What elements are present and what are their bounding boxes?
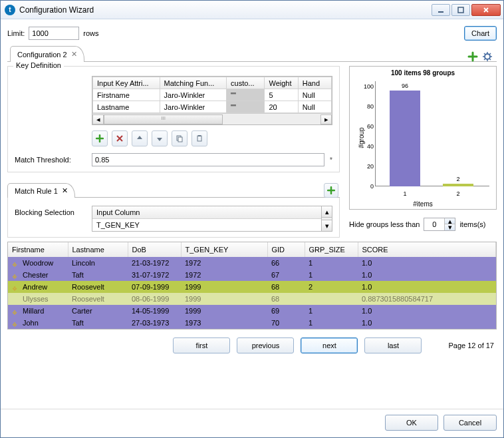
blocking-selection-table[interactable]: Input Column T_GEN_KEY ▴ ▾ xyxy=(92,206,332,232)
config-tabstrip: Configuration 2 ✕ xyxy=(7,45,497,62)
minimize-button[interactable] xyxy=(432,4,450,16)
add-config-icon[interactable] xyxy=(467,51,478,62)
keydef-row[interactable]: Lastname Jaro-Winkler "" 20 Null xyxy=(93,101,332,113)
row-icon xyxy=(12,308,20,315)
key-definition-table[interactable]: Input Key Attri... Matching Fun... custo… xyxy=(92,76,332,125)
page-status: Page 12 of 17 xyxy=(448,341,494,349)
previous-button[interactable]: previous xyxy=(237,337,294,353)
table-row[interactable]: JohnTaft27-03-197319737011.0 xyxy=(8,317,496,329)
cancel-button[interactable]: Cancel xyxy=(443,415,497,431)
group-chart: 100 items 98 groups #group 0 20 40 60 80… xyxy=(349,66,497,210)
col-input-column[interactable]: Input Column xyxy=(92,206,321,219)
blocking-row[interactable]: T_GEN_KEY xyxy=(92,219,321,231)
hide-groups-spinner[interactable]: ▴ ▾ xyxy=(424,218,455,231)
wizard-icon[interactable] xyxy=(482,51,493,62)
svg-rect-4 xyxy=(178,137,182,142)
copy-button[interactable] xyxy=(172,130,188,146)
svg-point-2 xyxy=(485,54,490,59)
rows-label: rows xyxy=(83,29,98,37)
svg-rect-5 xyxy=(197,136,201,141)
move-down-button[interactable] xyxy=(152,130,168,146)
add-row-button[interactable] xyxy=(92,130,108,146)
keydef-hscrollbar[interactable]: ◂ III ▸ xyxy=(92,113,332,124)
close-icon[interactable]: ✕ xyxy=(71,50,77,59)
blocking-vscrollbar[interactable]: ▴ ▾ xyxy=(321,206,332,232)
first-button[interactable]: first xyxy=(173,337,230,353)
ok-button[interactable]: OK xyxy=(385,415,438,431)
results-table[interactable]: Firstname Lastname DoB T_GEN_KEY GID GRP… xyxy=(7,242,497,329)
chart-button[interactable]: Chart xyxy=(464,26,497,41)
paste-button[interactable] xyxy=(191,130,207,146)
scroll-right-icon[interactable]: ▸ xyxy=(320,114,332,124)
spinner-down-icon[interactable]: ▾ xyxy=(444,224,455,230)
row-icon xyxy=(12,296,20,303)
row-icon xyxy=(12,260,20,267)
table-row[interactable]: WoodrowLincoln21-03-197219726611.0 xyxy=(8,257,496,269)
close-button[interactable] xyxy=(471,4,501,16)
delete-row-button[interactable] xyxy=(112,130,128,146)
scroll-down-icon[interactable]: ▾ xyxy=(322,220,332,231)
limit-input[interactable] xyxy=(29,27,79,40)
match-threshold-label: Match Threshold: xyxy=(15,156,86,164)
col-grpsize[interactable]: GRP_SIZE xyxy=(305,242,358,257)
col-matching-fun[interactable]: Matching Fun... xyxy=(160,77,227,89)
chart-title: 100 items 98 groups xyxy=(352,69,493,77)
col-input-key[interactable]: Input Key Attri... xyxy=(93,77,160,89)
scroll-left-icon[interactable]: ◂ xyxy=(92,114,104,124)
table-row[interactable]: ChesterTaft31-07-197219726711.0 xyxy=(8,269,496,281)
key-definition-legend: Key Definition xyxy=(13,61,64,69)
row-icon xyxy=(12,272,20,279)
col-firstname[interactable]: Firstname xyxy=(8,242,68,257)
match-rule-tabstrip: Match Rule 1 ✕ xyxy=(7,180,340,198)
titlebar: t Configuration Wizard xyxy=(1,1,503,19)
tab-label: Match Rule 1 xyxy=(15,187,58,195)
col-custom[interactable]: custo... xyxy=(227,77,265,89)
add-rule-button[interactable] xyxy=(324,183,338,198)
col-score[interactable]: SCORE xyxy=(358,242,496,257)
keydef-row[interactable]: Firstname Jaro-Winkler "" 5 Null xyxy=(93,89,332,101)
row-icon xyxy=(12,284,20,291)
hide-groups-suffix: items(s) xyxy=(459,220,485,228)
close-icon[interactable]: ✕ xyxy=(62,186,68,195)
blocking-selection-label: Blocking Selection xyxy=(15,206,86,232)
svg-rect-1 xyxy=(458,7,463,13)
limit-label: Limit: xyxy=(7,29,25,37)
window-title: Configuration Wizard xyxy=(19,5,432,15)
hide-groups-label: Hide groups less than xyxy=(349,220,420,228)
col-tgenkey[interactable]: T_GEN_KEY xyxy=(181,242,267,257)
svg-rect-6 xyxy=(198,135,201,136)
next-button[interactable]: next xyxy=(301,337,358,353)
app-icon: t xyxy=(5,5,15,15)
match-threshold-input[interactable] xyxy=(92,153,324,166)
table-row[interactable]: MillardCarter14-05-199919996911.0 xyxy=(8,305,496,317)
tab-label: Configuration 2 xyxy=(17,51,67,59)
col-dob[interactable]: DoB xyxy=(128,242,181,257)
col-weight[interactable]: Weight xyxy=(265,77,298,89)
tab-configuration-2[interactable]: Configuration 2 ✕ xyxy=(10,46,84,62)
key-definition-group: Key Definition Input Key Attri... Matchi… xyxy=(7,66,340,172)
match-rule-group: Blocking Selection Input Column T_GEN_KE… xyxy=(7,198,340,238)
table-row[interactable]: AndrewRoosevelt07-09-199919996821.0 xyxy=(8,281,496,293)
chart-bar-2 xyxy=(443,184,473,186)
col-gid[interactable]: GID xyxy=(267,242,305,257)
required-icon: * xyxy=(330,156,332,164)
last-button[interactable]: last xyxy=(364,337,422,353)
maximize-button[interactable] xyxy=(451,4,470,16)
chart-xlabel: #items xyxy=(350,200,496,208)
table-row[interactable]: UlyssesRoosevelt08-06-19991999680.887301… xyxy=(8,293,496,305)
tab-match-rule-1[interactable]: Match Rule 1 ✕ xyxy=(7,183,75,198)
svg-rect-0 xyxy=(438,11,443,13)
scroll-up-icon[interactable]: ▴ xyxy=(322,206,332,218)
col-lastname[interactable]: Lastname xyxy=(68,242,128,257)
hide-groups-input[interactable] xyxy=(424,218,444,230)
move-up-button[interactable] xyxy=(132,130,148,146)
row-icon xyxy=(12,320,20,327)
chart-bar-1 xyxy=(390,91,420,186)
col-handle[interactable]: Hand xyxy=(298,77,331,89)
config-wizard-window: t Configuration Wizard Limit: rows Chart… xyxy=(0,0,504,438)
